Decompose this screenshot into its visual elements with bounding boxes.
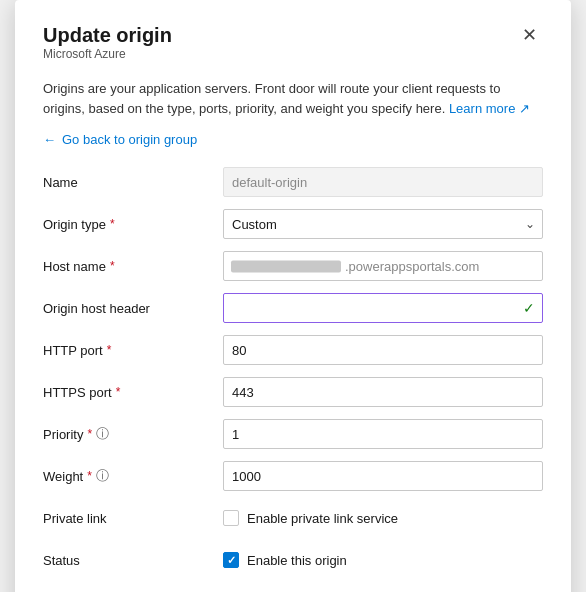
back-to-origin-group-link[interactable]: ← Go back to origin group — [43, 132, 543, 147]
weight-info-icon[interactable]: ⓘ — [96, 467, 109, 485]
origin-type-select[interactable]: Custom — [223, 209, 543, 239]
description-text: Origins are your application servers. Fr… — [43, 79, 543, 118]
https-port-row: HTTPS port * — [43, 377, 543, 407]
weight-label: Weight * ⓘ — [43, 467, 223, 485]
weight-input[interactable] — [223, 461, 543, 491]
http-port-row: HTTP port * — [43, 335, 543, 365]
required-star-http: * — [107, 343, 112, 357]
required-star-https: * — [116, 385, 121, 399]
http-port-input[interactable] — [223, 335, 543, 365]
private-link-row: Private link Enable private link service — [43, 503, 543, 533]
http-port-label: HTTP port * — [43, 343, 223, 358]
status-row: Status Enable this origin — [43, 545, 543, 575]
priority-row: Priority * ⓘ — [43, 419, 543, 449]
back-link-label: Go back to origin group — [62, 132, 197, 147]
required-star-priority: * — [87, 427, 92, 441]
priority-info-icon[interactable]: ⓘ — [96, 425, 109, 443]
origin-host-header-row: Origin host header ✓ — [43, 293, 543, 323]
required-star-weight: * — [87, 469, 92, 483]
learn-more-link[interactable]: Learn more ↗ — [449, 101, 530, 116]
private-link-label: Private link — [43, 511, 223, 526]
https-port-label: HTTPS port * — [43, 385, 223, 400]
name-label: Name — [43, 175, 223, 190]
origin-host-header-wrapper: ✓ — [223, 293, 543, 323]
private-link-checkbox-label: Enable private link service — [247, 511, 398, 526]
external-link-icon: ↗ — [519, 101, 530, 116]
name-input[interactable] — [223, 167, 543, 197]
dialog-title: Update origin — [43, 24, 172, 47]
host-name-input[interactable] — [223, 251, 543, 281]
description-body: Origins are your application servers. Fr… — [43, 81, 500, 116]
dialog-header: Update origin Microsoft Azure ✕ — [43, 24, 543, 75]
priority-label: Priority * ⓘ — [43, 425, 223, 443]
origin-host-header-label: Origin host header — [43, 301, 223, 316]
status-checkbox-label: Enable this origin — [247, 553, 347, 568]
host-name-wrapper: .powerappsportals.com — [223, 251, 543, 281]
origin-host-header-input[interactable] — [223, 293, 543, 323]
required-star-hostname: * — [110, 259, 115, 273]
close-button[interactable]: ✕ — [516, 24, 543, 46]
status-checkbox-row: Enable this origin — [223, 552, 347, 568]
required-star: * — [110, 217, 115, 231]
private-link-checkbox-row: Enable private link service — [223, 510, 398, 526]
update-origin-dialog: Update origin Microsoft Azure ✕ Origins … — [15, 0, 571, 592]
status-checkbox[interactable] — [223, 552, 239, 568]
origin-type-select-wrapper: Custom ⌄ — [223, 209, 543, 239]
host-name-label: Host name * — [43, 259, 223, 274]
origin-type-row: Origin type * Custom ⌄ — [43, 209, 543, 239]
title-group: Update origin Microsoft Azure — [43, 24, 172, 75]
name-row: Name — [43, 167, 543, 197]
host-name-row: Host name * .powerappsportals.com — [43, 251, 543, 281]
private-link-checkbox[interactable] — [223, 510, 239, 526]
origin-type-label: Origin type * — [43, 217, 223, 232]
priority-input[interactable] — [223, 419, 543, 449]
status-label: Status — [43, 553, 223, 568]
dialog-subtitle: Microsoft Azure — [43, 47, 172, 61]
weight-row: Weight * ⓘ — [43, 461, 543, 491]
https-port-input[interactable] — [223, 377, 543, 407]
back-arrow-icon: ← — [43, 132, 56, 147]
